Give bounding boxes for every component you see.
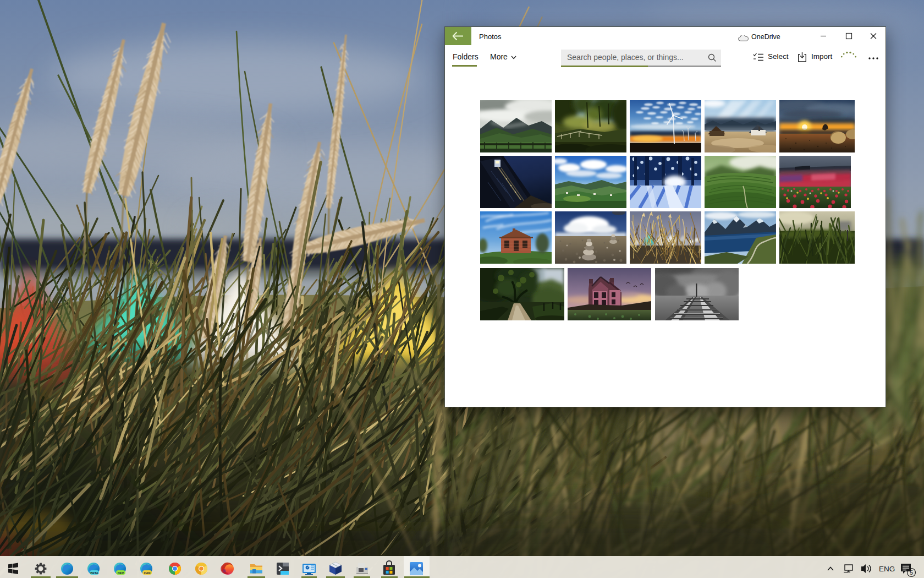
svg-text:BETA: BETA [90, 571, 98, 575]
svg-text:ENG: ENG [879, 565, 895, 573]
svg-text:DEV: DEV [118, 571, 124, 575]
svg-text:5: 5 [910, 569, 913, 576]
svg-text:CAN: CAN [144, 571, 151, 575]
